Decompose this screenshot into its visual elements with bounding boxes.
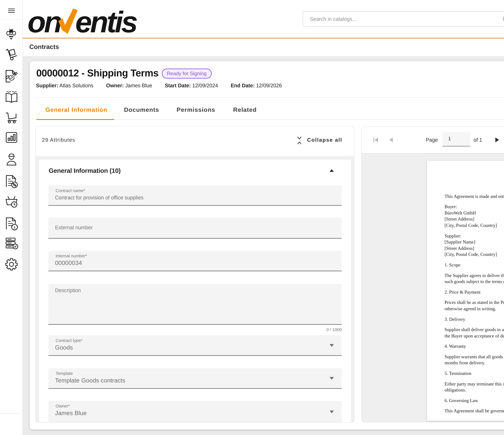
svg-text:§: § [14,225,16,229]
